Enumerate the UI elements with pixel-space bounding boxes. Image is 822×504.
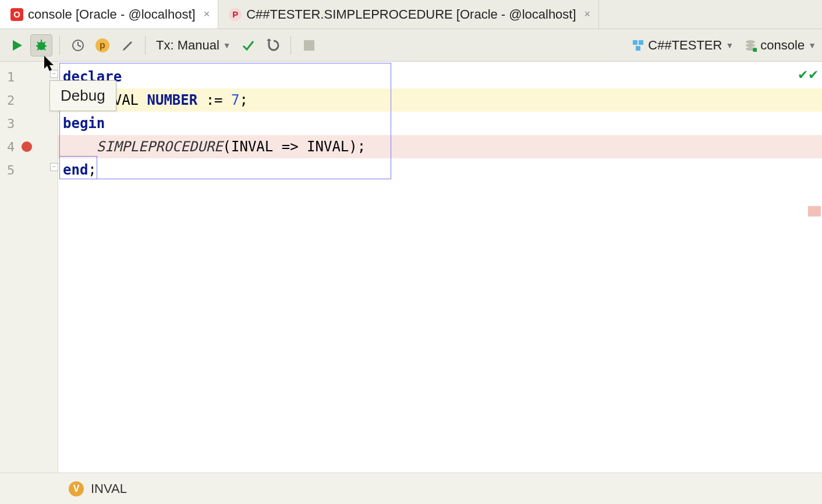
variable-name[interactable]: INVAL (91, 481, 127, 496)
divider (145, 36, 146, 55)
fold-handle[interactable]: − (50, 70, 58, 78)
svg-point-18 (746, 44, 755, 47)
schema-dropdown[interactable]: C##TESTER ▼ (632, 38, 734, 53)
tab-label: console [Oracle - @localhost] (28, 7, 196, 22)
error-stripe[interactable] (808, 206, 821, 216)
close-icon[interactable]: × (204, 8, 210, 20)
code-line[interactable]: end; (58, 158, 822, 182)
tx-mode-dropdown[interactable]: Tx: Manual ▼ (153, 38, 235, 53)
svg-point-17 (746, 40, 755, 44)
svg-line-7 (37, 48, 39, 50)
code-line[interactable]: declare (58, 65, 822, 88)
svg-marker-0 (13, 40, 22, 51)
debug-button[interactable] (30, 34, 52, 56)
svg-marker-12 (267, 38, 271, 41)
history-button[interactable] (67, 34, 89, 56)
code-line[interactable]: begin (58, 112, 822, 135)
close-icon[interactable]: × (584, 8, 591, 20)
settings-button[interactable] (116, 34, 138, 56)
code-line[interactable]: INVAL NUMBER := 7; (58, 88, 822, 112)
svg-line-6 (44, 42, 45, 44)
svg-line-5 (37, 42, 39, 44)
console-dropdown[interactable]: console ▼ (744, 38, 816, 53)
inspection-ok-icon[interactable]: ✔✔ (798, 68, 819, 83)
divider (290, 36, 291, 55)
schema-icon (632, 39, 644, 52)
line-number[interactable]: 3 (0, 112, 58, 135)
fold-handle[interactable]: − (50, 163, 58, 171)
procedure-icon: P (229, 8, 242, 21)
toolbar: p Tx: Manual ▼ C##TESTER ▼ console ▼ (0, 29, 822, 62)
chevron-down-icon: ▼ (725, 41, 734, 50)
svg-rect-13 (304, 40, 314, 51)
tx-label: Tx: Manual (156, 38, 219, 53)
editor: 12345 − − declare INVAL NUMBER := 7;begi… (0, 62, 822, 473)
tab-console[interactable]: O console [Oracle - @localhost] × (0, 0, 218, 29)
tab-procedure[interactable]: P C##TESTER.SIMPLEPROCEDURE [Oracle - @l… (218, 0, 599, 29)
oracle-icon: O (10, 8, 23, 21)
code-line[interactable]: SIMPLEPROCEDURE(INVAL => INVAL); (58, 135, 822, 158)
chevron-down-icon: ▼ (808, 41, 816, 50)
tab-label: C##TESTER.SIMPLEPROCEDURE [Oracle - @loc… (246, 7, 576, 22)
tooltip: Debug (49, 80, 116, 111)
breakpoint-icon[interactable] (22, 141, 32, 152)
status-bar: V INVAL (0, 473, 822, 504)
svg-rect-15 (639, 40, 643, 45)
tab-bar: O console [Oracle - @localhost] × P C##T… (0, 0, 822, 29)
datasource-icon (744, 39, 757, 52)
svg-line-11 (78, 45, 81, 47)
chevron-down-icon: ▼ (223, 41, 231, 50)
variable-badge: V (69, 481, 84, 496)
svg-rect-16 (636, 46, 640, 51)
line-number[interactable]: 5 (0, 158, 58, 182)
svg-rect-14 (633, 40, 637, 45)
code-area[interactable]: declare INVAL NUMBER := 7;begin SIMPLEPR… (58, 62, 822, 473)
stop-button[interactable] (298, 34, 320, 56)
explain-plan-button[interactable]: p (91, 34, 114, 56)
commit-button[interactable] (237, 34, 259, 56)
gutter[interactable]: 12345 − − (0, 62, 58, 473)
svg-line-8 (44, 48, 45, 50)
console-label: console (760, 38, 805, 53)
rollback-button[interactable] (261, 34, 284, 56)
tooltip-text: Debug (61, 87, 105, 104)
run-button[interactable] (6, 34, 28, 56)
schema-label: C##TESTER (648, 38, 722, 53)
p-icon: p (95, 38, 109, 52)
line-number[interactable]: 4 (0, 135, 58, 158)
divider (59, 36, 60, 55)
